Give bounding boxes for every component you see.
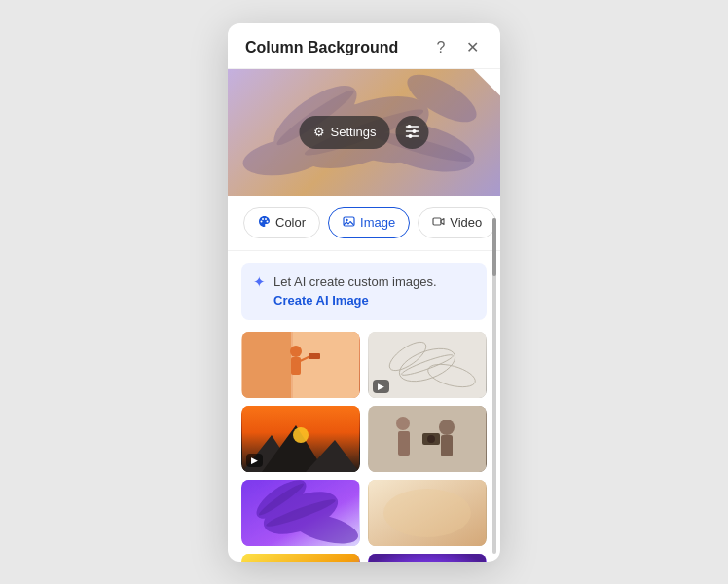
scrollbar-thumb[interactable] [492,218,496,276]
image-thumb-4[interactable] [368,406,487,472]
svg-point-20 [346,218,347,220]
tab-color[interactable]: Color [243,207,320,238]
panel-title: Column Background [245,39,398,56]
image-row-2: ▶ [241,406,487,472]
image-thumb-3[interactable]: ▶ [241,406,360,472]
color-tab-icon [258,215,271,231]
svg-rect-19 [344,217,354,226]
settings-label: Settings [331,125,377,139]
video-tab-icon [432,215,445,231]
image-row-1: ▶ [241,332,487,398]
svg-rect-54 [242,554,359,562]
ai-text-content: Let AI create custom images. [273,274,437,289]
color-tab-label: Color [275,215,306,230]
svg-point-10 [407,125,411,128]
sliders-button[interactable] [395,116,428,149]
svg-point-12 [412,129,416,133]
help-icon: ? [437,39,446,56]
svg-point-38 [293,427,309,443]
close-button[interactable]: ✕ [461,37,483,58]
svg-point-44 [396,417,410,430]
column-background-panel: Column Background ? ✕ [228,23,500,562]
image-tab-label: Image [360,215,395,230]
svg-rect-41 [441,435,453,456]
create-ai-image-link[interactable]: Create AI Image [273,293,369,308]
svg-point-25 [290,346,302,357]
image-thumb-2[interactable]: ▶ [368,332,487,398]
settings-button[interactable]: ⚙ Settings [300,116,390,149]
tab-bar: Color Image Video [228,196,500,251]
thumb-inner-5 [241,480,360,546]
video-badge-3: ▶ [246,454,263,467]
image-thumb-6[interactable] [368,480,487,546]
tab-video[interactable]: Video [418,207,496,238]
image-thumb-1[interactable] [241,332,360,398]
video-icon: ▶ [378,382,384,391]
thumb-inner-8 [368,554,487,562]
svg-point-17 [265,218,267,220]
video-icon-3: ▶ [251,456,258,465]
thumb-inner-7 [241,554,360,562]
svg-point-40 [439,420,455,435]
svg-rect-28 [309,353,320,359]
svg-point-18 [267,220,269,222]
svg-point-16 [262,218,264,220]
svg-rect-23 [242,332,291,398]
svg-rect-56 [369,554,486,562]
ai-star-icon: ✦ [253,274,266,291]
svg-rect-26 [291,357,301,375]
thumb-inner-1 [241,332,360,398]
svg-rect-24 [293,332,359,398]
ai-banner-text: Let AI create custom images. Create AI I… [273,273,475,310]
svg-rect-21 [433,218,441,225]
svg-point-53 [383,489,471,537]
image-thumb-8[interactable] [368,554,487,562]
gear-icon: ⚙ [313,125,325,139]
image-thumb-7[interactable] [241,554,360,562]
svg-rect-45 [398,431,410,456]
image-tab-icon [343,215,355,231]
thumb-inner-6 [368,480,487,546]
header-icons: ? ✕ [430,37,483,58]
tab-image[interactable]: Image [328,207,410,238]
video-tab-label: Video [450,215,482,230]
close-icon: ✕ [466,38,479,56]
thumb-inner-4 [368,406,487,472]
video-badge-2: ▶ [373,380,389,393]
svg-point-14 [408,134,412,138]
ai-banner: ✦ Let AI create custom images. Create AI… [241,263,487,320]
svg-point-43 [427,435,435,443]
scrollbar-track[interactable] [492,218,496,554]
image-thumb-5[interactable] [241,480,360,546]
image-row-3 [241,480,487,546]
panel-header: Column Background ? ✕ [228,23,500,69]
image-row-4 [241,554,487,562]
image-grid: ▶ [228,328,500,562]
preview-controls: ⚙ Settings [300,116,429,149]
preview-area: ⚙ Settings [228,69,500,196]
help-button[interactable]: ? [430,37,452,58]
svg-point-15 [261,220,263,222]
sliders-icon [404,123,419,141]
